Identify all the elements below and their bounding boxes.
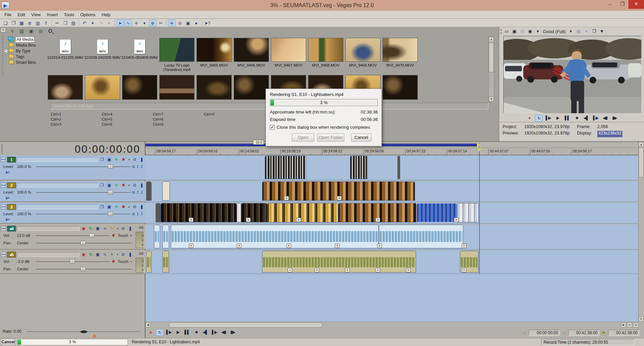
media-search-icon[interactable] [46,28,54,35]
compositing-dropdown-icon[interactable]: ▾ [128,184,131,187]
track-header-2[interactable]: 2 ❒ ▣ ✛ ✱ ▾ ⊘ ❚ Level: 100.0 % ⊞↥↧ ◆▾ [0,181,145,202]
selection-end-field[interactable]: 00:41:36:00 [568,330,599,336]
event-pan-crop-icon[interactable]: + [375,268,380,272]
selected-event[interactable] [417,203,457,222]
redo-dropdown-icon[interactable]: ▾ [105,20,113,26]
pause-button[interactable]: ▌▌ [183,329,191,336]
automation-icon[interactable]: ⊞ [132,190,135,195]
mode-dropdown-icon[interactable]: ▾ [130,234,133,237]
pane-close-icon[interactable]: × [1,28,6,32]
close-dialog-checkbox[interactable]: ✓ [270,125,275,130]
play-from-start-button[interactable]: ▌▶ [545,115,552,122]
copy-snapshot-icon[interactable]: ❒ [591,28,598,35]
scroll-up-icon[interactable]: ▲ [489,37,494,42]
menu-tools[interactable]: Tools [61,12,77,17]
timeline-event[interactable] [162,181,170,201]
compositing-mode-icon[interactable]: ✱ [120,157,127,162]
event-pan-crop-icon[interactable]: + [296,218,301,222]
event-pan-crop-icon[interactable]: + [462,244,466,248]
auto-ripple-icon[interactable]: ≋ [168,20,176,26]
overlay-grid-icon[interactable]: ▦ [575,28,582,35]
capture-video-icon[interactable]: ◉ [27,28,35,35]
solo-icon[interactable]: ❚ [127,252,133,257]
solo-icon[interactable]: ❚ [139,204,145,209]
mute-icon[interactable]: ⊘ [132,157,138,162]
undo-icon[interactable]: ↶ [81,20,88,26]
menu-edit[interactable]: Edit [15,12,28,17]
quality-dropdown2-icon[interactable]: ▾ [568,28,574,35]
cut-icon[interactable]: ✂ [53,20,61,26]
snapping-icon[interactable]: ● [192,20,200,26]
input-routing-icon[interactable]: ⇅ [88,226,94,231]
timeline-event[interactable] [161,203,237,222]
phase-invert-icon[interactable]: ∿ [102,226,108,231]
timeline-event[interactable] [162,251,169,273]
keyframe-icon[interactable]: ◆▾ [1,218,145,223]
video-thumbnail[interactable] [197,75,232,100]
redo-icon[interactable]: ↷ [97,20,105,26]
video-thumbnail[interactable] [122,75,157,100]
automation-mode[interactable]: Touch [118,260,128,264]
mute-icon[interactable]: ⊘ [132,204,138,209]
event-pan-crop-icon[interactable]: + [377,244,382,248]
event-pan-crop-icon[interactable]: + [237,244,242,248]
render-cancel-button[interactable]: Cancel [1,339,16,345]
volume-slider[interactable] [36,233,109,238]
timeline-event[interactable] [379,225,463,248]
video-thumbnail[interactable] [48,75,83,100]
track-name-field[interactable] [17,226,79,231]
event-pan-crop-icon[interactable]: + [286,244,291,248]
record-button[interactable]: ● [526,115,533,122]
maximize-button[interactable]: ❐ [616,0,628,9]
import-media-button-icon[interactable]: ▥ [18,28,26,35]
scroll-down-icon[interactable]: ▼ [489,97,494,102]
timeline-event[interactable] [265,156,306,179]
timeline-event[interactable] [397,156,400,179]
track-header-3[interactable]: 3 ❒ ▣ ✛ ✱ ▾ ⊘ ❚ Level: 100.0 % ⊞↥↧ ◆▾ [0,203,145,224]
pan-slider[interactable] [36,241,133,245]
arm-record-icon[interactable]: ◉ [80,252,87,257]
scroll-right-icon[interactable]: ▶ [621,322,626,327]
save-project-icon[interactable]: ▦ [18,20,25,26]
event-pan-crop-icon[interactable]: + [406,268,411,272]
loop-playback-button[interactable]: ↻ [535,115,543,122]
track-minimize-icon[interactable] [1,204,6,210]
project-properties-icon[interactable]: ≣ [26,20,33,26]
pane-dock-icon[interactable]: ◂◂ [500,28,502,34]
track-minimize-icon[interactable] [1,251,6,257]
stop-button[interactable]: ■ [192,329,200,336]
video-thumbnail[interactable] [383,75,418,100]
track-name-field[interactable] [17,252,79,257]
zoom-out-icon[interactable]: ⊖ [627,322,632,327]
current-time-display[interactable]: 00:00:00:00 [74,143,140,155]
automation-icon[interactable]: ⊞ [132,212,135,216]
event-pan-crop-icon[interactable]: + [189,218,193,222]
video-thumbnail[interactable] [159,75,194,100]
event-pan-crop-icon[interactable]: + [462,268,466,272]
preview-quality-icon[interactable]: ◉ [527,28,533,35]
track-number-badge[interactable]: 3 [7,204,16,210]
save-snapshot-icon[interactable]: ▼ [599,28,605,35]
record-button[interactable]: ● [147,329,154,336]
track-fx-icon[interactable]: ✛ [113,204,119,209]
menu-file[interactable]: File [1,12,15,17]
solo-icon[interactable]: ❚ [127,226,133,231]
compositing-mode-icon[interactable]: ✱ [120,183,127,188]
paste-icon[interactable]: ▤ [70,20,77,26]
lock-envelopes-icon[interactable]: ⊝ [176,20,184,26]
selection-length-field[interactable]: 00:41:36:00 [608,330,639,336]
media-scrollbar[interactable]: ▲ ▼ [488,36,494,102]
compositing-dropdown-icon[interactable]: ▾ [128,205,131,208]
pause-button[interactable]: ▌▌ [564,115,571,122]
event-pan-crop-icon[interactable]: + [246,218,251,222]
minimize-button[interactable]: – [604,0,616,9]
track-fx-icon[interactable]: ✛ [113,157,119,162]
track-name-field[interactable] [17,183,98,188]
solo-icon[interactable]: ❚ [139,183,145,188]
split-screen-view-icon[interactable]: ⊟ [519,28,526,35]
automation-settings-icon[interactable]: ✛ [109,226,115,231]
open-folder-button[interactable]: Open Folder [317,133,344,142]
overlay-dropdown-icon[interactable]: ▾ [583,28,590,35]
next-frame-button[interactable]: ▮▶ [611,115,618,122]
event-pan-crop-icon[interactable]: + [189,244,193,248]
